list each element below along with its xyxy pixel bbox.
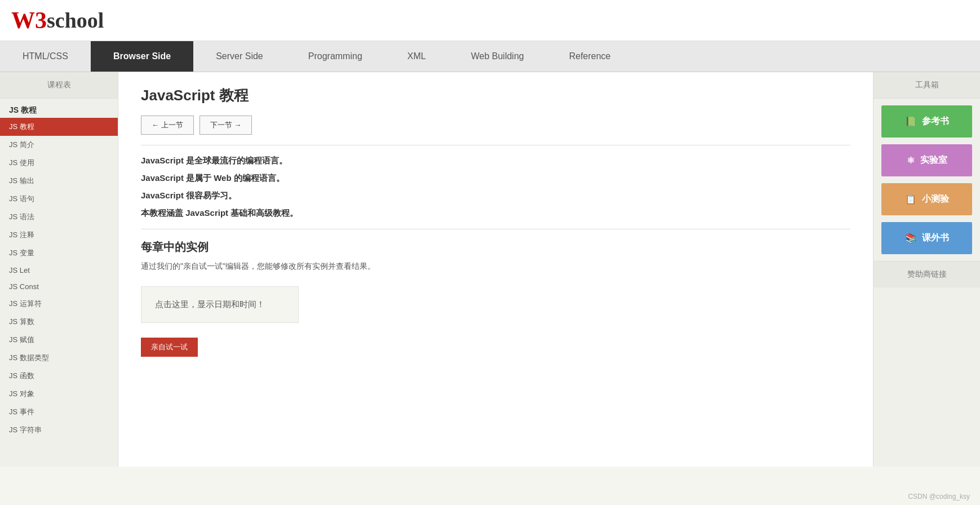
sidebar-item-js-arithmetic[interactable]: JS 算数 <box>0 313 118 331</box>
demo-box[interactable]: 点击这里，显示日期和时间！ <box>141 286 299 323</box>
tool-btn-extra-book-label: 课外书 <box>922 232 949 244</box>
nav-buttons: ← 上一节 下一节 → <box>141 116 850 135</box>
sidebar-item-js-statement[interactable]: JS 语句 <box>0 190 118 208</box>
sidebar-item-js-tutorial[interactable]: JS 教程 <box>0 118 118 136</box>
sidebar-item-js-variable[interactable]: JS 变量 <box>0 244 118 262</box>
sidebar-title: 课程表 <box>0 72 118 99</box>
main-content: JavaScript 教程 ← 上一节 下一节 → JavaScript 是全球… <box>118 72 873 467</box>
sidebar-item-js-assignment[interactable]: JS 赋值 <box>0 331 118 349</box>
sponsor-title: 赞助商链接 <box>873 261 980 287</box>
quiz-icon: 📋 <box>905 194 916 205</box>
nav-server-side[interactable]: Server Side <box>193 41 286 72</box>
nav-html-css[interactable]: HTML/CSS <box>0 41 91 72</box>
sidebar-item-js-comment[interactable]: JS 注释 <box>0 226 118 244</box>
tool-btn-lab[interactable]: ⚛ 实验室 <box>881 144 972 176</box>
logo-school: school <box>47 8 104 33</box>
demo-box-text[interactable]: 点击这里，显示日期和时间！ <box>155 299 285 310</box>
sidebar-item-js-string[interactable]: JS 字符串 <box>0 421 118 439</box>
nav-programming[interactable]: Programming <box>286 41 385 72</box>
nav-reference[interactable]: Reference <box>547 41 633 72</box>
tool-btn-reference-book-label: 参考书 <box>922 116 949 127</box>
sidebar-item-js-syntax[interactable]: JS 语法 <box>0 208 118 226</box>
intro-line-1: JavaScript 是全球最流行的编程语言。 <box>141 156 850 166</box>
toolbox-title: 工具箱 <box>873 72 980 99</box>
main-nav: HTML/CSS Browser Side Server Side Progra… <box>0 41 980 72</box>
sidebar-item-js-intro[interactable]: JS 简介 <box>0 136 118 154</box>
tool-btn-quiz[interactable]: 📋 小测验 <box>881 183 972 215</box>
layout: 课程表 JS 教程 JS 教程 JS 简介 JS 使用 JS 输出 JS 语句 … <box>0 72 980 467</box>
mid-divider <box>141 229 850 229</box>
sidebar-item-js-use[interactable]: JS 使用 <box>0 154 118 172</box>
tool-btn-extra-book[interactable]: 📚 课外书 <box>881 222 972 254</box>
sidebar-item-js-function[interactable]: JS 函数 <box>0 367 118 385</box>
top-divider <box>141 145 850 145</box>
tool-btn-quiz-label: 小测验 <box>922 193 949 205</box>
sidebar: 课程表 JS 教程 JS 教程 JS 简介 JS 使用 JS 输出 JS 语句 … <box>0 72 118 467</box>
tool-btn-lab-label: 实验室 <box>920 154 947 166</box>
intro-line-3: JavaScript 很容易学习。 <box>141 191 850 201</box>
lab-icon: ⚛ <box>907 155 915 166</box>
sidebar-item-js-const[interactable]: JS Const <box>0 278 118 295</box>
sidebar-item-js-output[interactable]: JS 输出 <box>0 172 118 190</box>
sidebar-item-js-operator[interactable]: JS 运算符 <box>0 295 118 313</box>
page-title: JavaScript 教程 <box>141 86 850 105</box>
sidebar-item-js-event[interactable]: JS 事件 <box>0 403 118 421</box>
nav-web-building[interactable]: Web Building <box>449 41 547 72</box>
intro-line-4: 本教程涵盖 JavaScript 基础和高级教程。 <box>141 208 850 219</box>
header: W3school <box>0 0 980 41</box>
section-title: 每章中的实例 <box>141 240 850 255</box>
logo-w3: W3 <box>11 7 47 34</box>
sidebar-item-js-let[interactable]: JS Let <box>0 262 118 278</box>
toolbox: 工具箱 📗 参考书 ⚛ 实验室 📋 小测验 📚 课外书 赞助商链接 <box>873 72 980 467</box>
sidebar-item-js-object[interactable]: JS 对象 <box>0 385 118 403</box>
logo: W3school <box>11 7 969 34</box>
nav-browser-side[interactable]: Browser Side <box>91 41 193 72</box>
book-icon: 📗 <box>905 116 916 127</box>
try-button[interactable]: 亲自试一试 <box>141 338 198 357</box>
extra-book-icon: 📚 <box>905 233 916 243</box>
intro-line-2: JavaScript 是属于 Web 的编程语言。 <box>141 173 850 184</box>
sidebar-item-js-datatype[interactable]: JS 数据类型 <box>0 349 118 367</box>
section-desc: 通过我们的"亲自试一试"编辑器，您能够修改所有实例并查看结果。 <box>141 262 850 272</box>
prev-button[interactable]: ← 上一节 <box>141 116 194 135</box>
tool-btn-reference-book[interactable]: 📗 参考书 <box>881 105 972 138</box>
sidebar-group-title: JS 教程 <box>0 99 118 118</box>
nav-xml[interactable]: XML <box>385 41 449 72</box>
next-button[interactable]: 下一节 → <box>199 116 252 135</box>
